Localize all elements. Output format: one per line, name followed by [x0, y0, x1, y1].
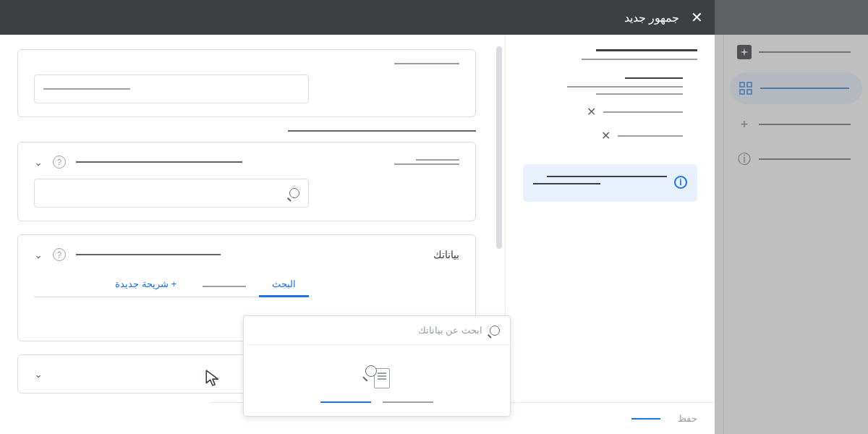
svg-rect-2: [740, 82, 744, 87]
cancel-button[interactable]: [631, 418, 660, 420]
filter-chip-1[interactable]: ✕: [523, 105, 683, 119]
info-icon: i: [674, 176, 687, 189]
data-search-dropdown: ابحث عن بياناتك: [243, 315, 511, 417]
search-placeholder: ابحث عن بياناتك: [254, 325, 482, 336]
dropdown-search-input[interactable]: ابحث عن بياناتك: [244, 316, 510, 345]
empty-state-illustration: [364, 365, 390, 391]
audience-name-card: [17, 49, 476, 117]
chevron-up-icon[interactable]: ⌃: [34, 249, 43, 260]
remove-chip-icon[interactable]: ✕: [601, 129, 610, 142]
grid-icon: [739, 81, 753, 95]
info-callout: i: [523, 164, 697, 202]
summary-heading-2: [625, 77, 683, 79]
nav-item-2-active[interactable]: [730, 72, 862, 104]
audience-name-input[interactable]: [34, 75, 309, 103]
your-data-title: بياناتك: [433, 249, 459, 260]
segment-card: ? ⌃: [17, 142, 476, 221]
tab-new-segment[interactable]: + شريحة جديدة: [102, 271, 190, 297]
help-icon[interactable]: ?: [53, 156, 66, 169]
nav-item-1[interactable]: [724, 35, 868, 69]
filter-chip-2[interactable]: ✕: [523, 129, 683, 142]
info-outline-icon: ⓘ: [737, 152, 752, 166]
card2-description: [76, 161, 242, 163]
card2-label-1: [416, 159, 459, 161]
save-button[interactable]: حفظ: [678, 413, 697, 424]
svg-rect-3: [747, 82, 752, 87]
card1-label: [394, 63, 459, 64]
spark-icon: [737, 45, 752, 59]
modal-title: جمهور جديد: [12, 11, 679, 25]
card2-label-2: [394, 163, 459, 165]
tab-search[interactable]: البحث: [259, 271, 309, 297]
cursor-pointer: [204, 369, 223, 391]
empty-state-text: [383, 401, 433, 403]
right-nav-sidebar: + ⓘ: [723, 35, 868, 434]
empty-state-link[interactable]: [320, 401, 371, 403]
plus-icon: +: [737, 117, 752, 132]
remove-chip-icon[interactable]: ✕: [587, 105, 596, 119]
help-icon[interactable]: ?: [53, 248, 66, 261]
card3-description: [76, 254, 221, 255]
svg-rect-4: [740, 90, 744, 94]
nav-item-3[interactable]: +: [724, 107, 868, 142]
search-icon: [289, 188, 299, 198]
chevron-up-icon[interactable]: ⌃: [34, 368, 43, 380]
nav-item-4[interactable]: ⓘ: [724, 142, 868, 176]
modal-close-button[interactable]: ✕: [691, 9, 703, 26]
search-icon: [490, 326, 500, 336]
svg-rect-5: [747, 90, 752, 94]
tab-browse[interactable]: [190, 271, 259, 297]
summary-heading-1: [596, 49, 697, 51]
summary-side-panel: ✕ ✕ i: [505, 35, 715, 434]
chevron-up-icon[interactable]: ⌃: [34, 156, 43, 168]
segment-search-input[interactable]: [34, 179, 309, 208]
scrollbar[interactable]: [496, 46, 502, 249]
